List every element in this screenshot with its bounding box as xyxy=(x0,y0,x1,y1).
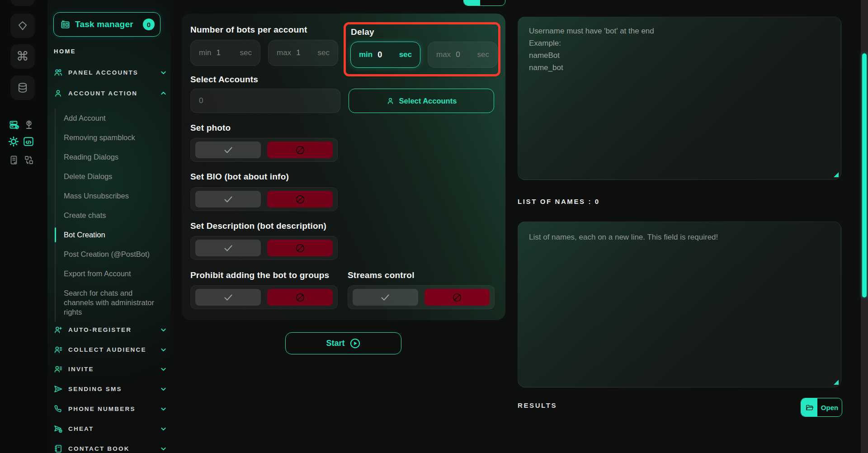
delay-min-value: 0 xyxy=(377,50,382,60)
bots-per-account-label: Number of bots per account xyxy=(190,25,307,35)
start-button-label: Start xyxy=(326,339,344,348)
sidebar-item-label: INVITE xyxy=(68,366,94,373)
submenu-item-mass-unsubscribes[interactable]: Mass Unsubscribes xyxy=(56,186,161,206)
phone-icon xyxy=(53,404,63,414)
select-accounts-button[interactable]: Select Accounts xyxy=(349,89,494,113)
person-network-icon xyxy=(24,119,34,130)
sidebar-item-cheat[interactable]: CHEAT xyxy=(53,422,167,435)
min-prefix: min xyxy=(359,50,373,59)
scrollbar-track[interactable] xyxy=(861,0,868,453)
server-check-button[interactable] xyxy=(9,119,19,130)
username-hint-textarea[interactable]: Username must have 'bot' at the end Exam… xyxy=(518,17,841,180)
prohibit-icon xyxy=(295,145,306,156)
server-check-icon xyxy=(9,119,19,130)
folder-icon xyxy=(464,0,480,5)
task-manager-icon xyxy=(60,19,71,30)
code-window-button[interactable] xyxy=(23,136,34,147)
set-bio-toggle xyxy=(190,187,338,211)
resize-handle[interactable] xyxy=(834,172,839,177)
bots-max-input[interactable]: max 1 sec xyxy=(268,40,338,66)
user-icon xyxy=(386,97,395,105)
chevron-down-icon xyxy=(160,326,167,334)
icon-rail: ⌘ xyxy=(0,0,47,453)
set-bio-no-button[interactable] xyxy=(267,191,333,208)
sidebar-item-label: PANEL ACCOUNTS xyxy=(68,69,138,76)
sidebar-item-home[interactable]: HOME xyxy=(54,48,76,55)
streams-control-toggle xyxy=(348,285,495,309)
streams-control-no-button[interactable] xyxy=(425,289,490,306)
submenu-item-create-chats[interactable]: Create chats xyxy=(56,206,161,225)
sidebar-item-panel-accounts[interactable]: PANEL ACCOUNTS xyxy=(53,66,167,79)
sidebar-item-contact-book[interactable]: CONTACT BOOK xyxy=(53,442,167,453)
bots-min-input[interactable]: min 1 sec xyxy=(190,40,260,66)
max-prefix: max xyxy=(277,48,291,57)
streams-control-yes-button[interactable] xyxy=(353,289,418,306)
delay-highlight-box: Delay min 0 sec max 0 sec xyxy=(344,22,500,76)
task-manager-button[interactable]: Task manager 0 xyxy=(53,12,160,37)
chevron-down-icon xyxy=(160,445,167,453)
list-of-names-textarea[interactable]: List of names, each on a new line. This … xyxy=(518,222,841,387)
set-bio-label: Set BIO (bot about info) xyxy=(190,172,289,182)
rail-cutoff-button[interactable] xyxy=(10,0,35,6)
swap-button[interactable] xyxy=(24,155,34,165)
open-usernames-button-cutoff[interactable] xyxy=(463,0,505,6)
set-description-label: Set Description (bot description) xyxy=(190,221,326,231)
command-button[interactable]: ⌘ xyxy=(10,44,35,69)
prohibit-groups-toggle xyxy=(190,285,338,309)
hint-line: Username must have 'bot' at the end xyxy=(529,25,830,37)
set-description-yes-button[interactable] xyxy=(195,240,261,256)
bots-max-value: 1 xyxy=(296,48,300,57)
submenu-item-delete-dialogs[interactable]: Delete Dialogs xyxy=(56,167,161,186)
chevron-down-icon xyxy=(160,365,167,373)
sec-suffix: sec xyxy=(477,50,489,59)
sec-suffix: sec xyxy=(318,48,330,57)
document-check-button[interactable] xyxy=(9,155,19,165)
check-icon xyxy=(223,194,234,205)
diamond-button[interactable] xyxy=(10,14,35,38)
sidebar-item-collect-audience[interactable]: COLLECT AUDIENCE xyxy=(53,343,167,356)
delay-max-input[interactable]: max 0 sec xyxy=(428,42,498,68)
submenu-item-post-creation[interactable]: Post Creation (@PostBot) xyxy=(56,245,161,264)
person-network-button[interactable] xyxy=(24,119,34,130)
min-prefix: min xyxy=(199,48,211,57)
sec-suffix: sec xyxy=(399,50,412,59)
database-button[interactable] xyxy=(10,76,35,100)
set-photo-no-button[interactable] xyxy=(267,142,333,158)
prohibit-groups-no-button[interactable] xyxy=(267,289,333,306)
chevron-down-icon xyxy=(160,385,167,393)
submenu-item-add-account[interactable]: Add Account xyxy=(56,109,161,128)
submenu-item-export-from-account[interactable]: Export from Account xyxy=(56,264,161,283)
set-description-no-button[interactable] xyxy=(267,240,333,256)
chevron-down-icon xyxy=(160,69,167,76)
accounts-count-input[interactable]: 0 xyxy=(190,89,340,113)
sidebar-item-auto-register[interactable]: AUTO-REGISTER xyxy=(53,323,167,336)
submenu-item-removing-spamblock[interactable]: Removing spamblock xyxy=(56,128,161,147)
check-icon xyxy=(223,292,234,303)
sidebar-item-invite[interactable]: INVITE xyxy=(53,362,167,376)
document-check-icon xyxy=(9,155,19,165)
submenu-item-search-admin-rights[interactable]: Search for chats and channels with admin… xyxy=(56,283,161,322)
delay-max-value: 0 xyxy=(456,50,460,59)
start-button[interactable]: Start xyxy=(285,332,401,354)
sidebar-item-label: SENDING SMS xyxy=(68,386,122,392)
sidebar-item-sending-sms[interactable]: SENDING SMS xyxy=(53,382,167,396)
set-bio-yes-button[interactable] xyxy=(195,191,261,208)
set-photo-yes-button[interactable] xyxy=(195,142,261,158)
sidebar-item-account-action[interactable]: ACCOUNT ACTION xyxy=(53,86,167,100)
user-icon xyxy=(53,89,63,98)
prohibit-groups-yes-button[interactable] xyxy=(195,289,261,306)
resize-handle[interactable] xyxy=(834,380,839,385)
task-manager-label: Task manager xyxy=(75,19,133,29)
paper-plane-icon xyxy=(53,384,63,394)
results-heading: RESULTS xyxy=(518,401,557,409)
submenu-item-reading-dialogs[interactable]: Reading Dialogs xyxy=(56,147,161,167)
delay-label: Delay xyxy=(351,27,374,37)
delay-min-input[interactable]: min 0 sec xyxy=(350,42,420,68)
submenu-item-bot-creation-active[interactable]: Bot Creation xyxy=(56,225,161,245)
sidebar-item-label: PHONE NUMBERS xyxy=(68,406,136,412)
scrollbar-thumb[interactable] xyxy=(862,53,867,297)
gear-icon xyxy=(8,136,19,147)
open-results-button[interactable]: Open xyxy=(801,398,842,417)
sidebar-item-phone-numbers[interactable]: PHONE NUMBERS xyxy=(53,402,167,415)
gear-button[interactable] xyxy=(8,136,19,147)
